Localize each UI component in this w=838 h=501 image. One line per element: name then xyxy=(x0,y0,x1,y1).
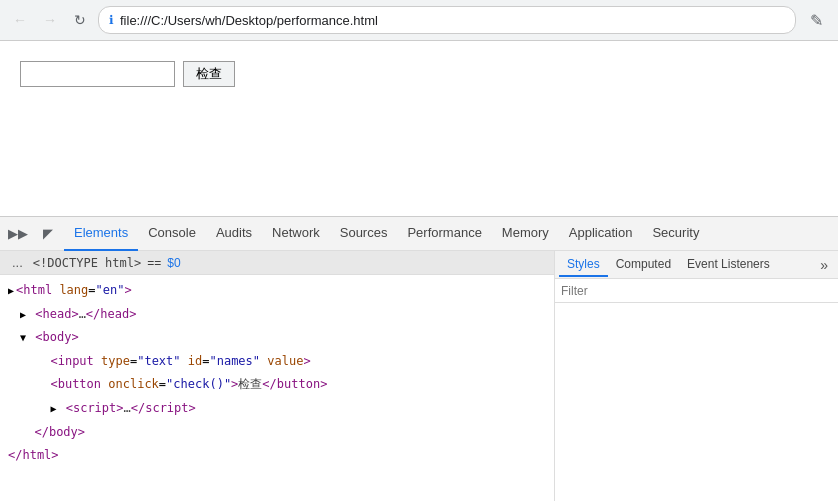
head-line[interactable]: ▶ <head>…</head> xyxy=(0,303,554,327)
script-line[interactable]: ▶ <script>…</script> xyxy=(0,397,554,421)
forward-button[interactable]: → xyxy=(38,8,62,32)
body-open-line[interactable]: ▼ <body> xyxy=(0,326,554,350)
tab-sources[interactable]: Sources xyxy=(330,217,398,251)
tab-security[interactable]: Security xyxy=(642,217,709,251)
doctype-node: <!DOCTYPE html> xyxy=(33,256,141,270)
tab-application[interactable]: Application xyxy=(559,217,643,251)
dom-panel: ... <!DOCTYPE html> == $0 ▶<html lang="e… xyxy=(0,251,555,501)
tab-performance[interactable]: Performance xyxy=(397,217,491,251)
tab-memory[interactable]: Memory xyxy=(492,217,559,251)
triangle-icon[interactable]: ▶ xyxy=(8,285,14,296)
filter-bar: Filter xyxy=(555,279,838,303)
more-tabs-button[interactable]: » xyxy=(814,257,834,273)
equals-sign: == xyxy=(147,256,161,270)
page-form: 检查 xyxy=(20,61,818,87)
style-tab-event-listeners[interactable]: Event Listeners xyxy=(679,253,778,277)
body-close-line[interactable]: </body> xyxy=(0,421,554,445)
check-button[interactable]: 检查 xyxy=(183,61,235,87)
browser-chrome: ← → ↻ ℹ ✎ xyxy=(0,0,838,41)
inspect-element-button[interactable]: ▶▶ xyxy=(4,220,32,248)
tab-console[interactable]: Console xyxy=(138,217,206,251)
styles-content xyxy=(555,303,838,501)
reload-button[interactable]: ↻ xyxy=(68,8,92,32)
triangle-icon[interactable]: ▶ xyxy=(50,403,56,414)
devtools-body: ... <!DOCTYPE html> == $0 ▶<html lang="e… xyxy=(0,251,838,501)
triangle-icon[interactable]: ▶ xyxy=(20,309,26,320)
address-bar: ℹ xyxy=(98,6,796,34)
dom-header: ... <!DOCTYPE html> == $0 xyxy=(0,251,554,275)
dom-tree: ▶<html lang="en"> ▶ <head>…</head> ▼ <bo… xyxy=(0,275,554,472)
back-button[interactable]: ← xyxy=(8,8,32,32)
address-input[interactable] xyxy=(120,13,785,28)
style-tab-styles[interactable]: Styles xyxy=(559,253,608,277)
filter-label: Filter xyxy=(561,284,588,298)
triangle-icon[interactable]: ▼ xyxy=(20,332,26,343)
dollar-var: $0 xyxy=(167,256,180,270)
profile-button[interactable]: ✎ xyxy=(802,6,830,34)
styles-tabbar: Styles Computed Event Listeners » xyxy=(555,251,838,279)
secure-icon: ℹ xyxy=(109,13,114,27)
style-tab-computed[interactable]: Computed xyxy=(608,253,679,277)
button-line[interactable]: <button onclick="check()">检查</button> xyxy=(0,373,554,397)
filter-input[interactable] xyxy=(594,284,832,298)
device-toolbar-button[interactable]: ◤ xyxy=(34,220,62,248)
tab-elements[interactable]: Elements xyxy=(64,217,138,251)
names-input[interactable] xyxy=(20,61,175,87)
html-open-line[interactable]: ▶<html lang="en"> xyxy=(0,279,554,303)
page-content: 检查 xyxy=(0,41,838,216)
browser-toolbar: ← → ↻ ℹ ✎ xyxy=(0,0,838,40)
devtools-tabbar: ▶▶ ◤ Elements Console Audits Network Sou… xyxy=(0,217,838,251)
input-line[interactable]: <input type="text" id="names" value> xyxy=(0,350,554,374)
html-close-line[interactable]: </html> xyxy=(0,444,554,468)
tab-network[interactable]: Network xyxy=(262,217,330,251)
styles-panel: Styles Computed Event Listeners » Filter xyxy=(555,251,838,501)
context-menu-dots[interactable]: ... xyxy=(8,255,27,270)
devtools-panel: ▶▶ ◤ Elements Console Audits Network Sou… xyxy=(0,216,838,501)
tab-audits[interactable]: Audits xyxy=(206,217,262,251)
